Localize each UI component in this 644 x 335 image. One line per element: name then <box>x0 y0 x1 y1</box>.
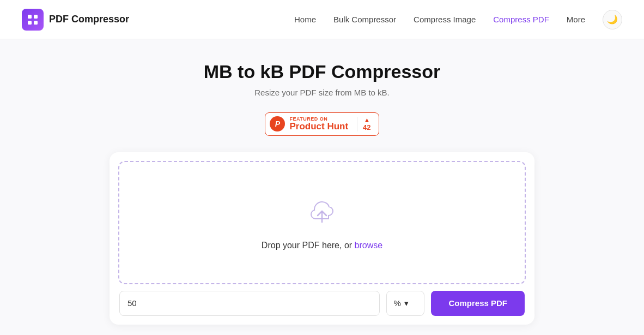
logo-area[interactable]: PDF Compressor <box>22 9 129 31</box>
browse-link[interactable]: browse <box>355 241 383 250</box>
logo-icon <box>22 9 44 31</box>
dark-mode-toggle[interactable]: 🌙 <box>603 10 622 29</box>
svg-rect-1 <box>34 15 38 19</box>
product-hunt-logo: P <box>270 116 285 131</box>
svg-rect-2 <box>28 21 32 25</box>
quality-input[interactable] <box>119 291 380 316</box>
unit-select[interactable]: % ▾ <box>386 291 424 316</box>
drop-text: Drop your PDF here, or browse <box>262 241 382 250</box>
nav-compress-pdf[interactable]: Compress PDF <box>493 15 549 24</box>
ph-arrow-icon: ▲ <box>363 117 370 123</box>
nav-more[interactable]: More <box>567 15 585 24</box>
drop-zone[interactable]: Drop your PDF here, or browse <box>118 161 526 284</box>
compression-controls: % ▾ Compress PDF <box>118 291 526 316</box>
nav-bulk-compressor[interactable]: Bulk Compressor <box>333 15 396 24</box>
upload-card: Drop your PDF here, or browse % ▾ Compre… <box>110 152 534 325</box>
nav-home[interactable]: Home <box>294 15 316 24</box>
product-hunt-text: FEATURED ON Product Hunt <box>289 116 348 132</box>
nav-compress-image[interactable]: Compress Image <box>414 15 476 24</box>
upload-icon <box>305 195 339 232</box>
unit-chevron-icon: ▾ <box>404 298 409 308</box>
compress-pdf-button[interactable]: Compress PDF <box>431 291 525 316</box>
svg-rect-0 <box>28 15 32 19</box>
page-title: MB to kB PDF Compressor <box>204 61 441 82</box>
svg-rect-3 <box>34 21 38 25</box>
main-nav: Home Bulk Compressor Compress Image Comp… <box>294 10 622 29</box>
ph-votes-area: ▲ 42 <box>357 117 370 131</box>
unit-label: % <box>393 298 400 308</box>
product-hunt-badge[interactable]: P FEATURED ON Product Hunt ▲ 42 <box>265 112 379 136</box>
ph-name: Product Hunt <box>289 122 348 132</box>
logo-text: PDF Compressor <box>49 14 129 25</box>
ph-vote-count: 42 <box>363 123 370 131</box>
page-subtitle: Resize your PDF size from MB to kB. <box>254 88 390 97</box>
